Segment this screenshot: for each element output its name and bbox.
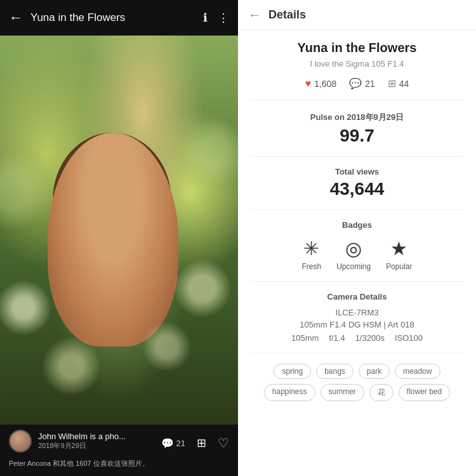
tag-item[interactable]: meadow <box>395 364 440 379</box>
add-to-collection-icon[interactable]: ⊞ <box>197 436 206 450</box>
badge-fresh: ✳ Fresh <box>301 237 321 271</box>
fresh-label: Fresh <box>301 262 321 271</box>
left-back-button[interactable]: ← <box>9 10 23 26</box>
left-header-icons: ℹ ⋮ <box>203 11 229 25</box>
popular-icon: ★ <box>390 237 407 260</box>
pulse-value: 99.7 <box>251 126 463 146</box>
tag-item[interactable]: spring <box>274 364 311 379</box>
total-views-label: Total views <box>251 167 463 176</box>
username: John Wilhelm is a pho... <box>38 432 126 441</box>
avatar <box>9 430 32 453</box>
fresh-icon: ✳ <box>303 237 319 260</box>
likes-count: 1,608 <box>314 79 336 89</box>
upcoming-label: Upcoming <box>336 262 371 271</box>
shutter-speed: 1/3200s <box>355 333 385 343</box>
save-icon: ⊞ <box>388 77 396 89</box>
details-photo-subtitle: I love the Sigma 105 F1.4 <box>251 59 463 69</box>
badges-section: Badges ✳ Fresh ◎ Upcoming ★ Popular <box>251 220 463 282</box>
tag-item[interactable]: happiness <box>264 384 315 401</box>
popular-label: Popular <box>386 262 412 271</box>
pulse-label: Pulse on 2018年9月29日 <box>251 112 463 123</box>
flower-overlay <box>0 36 238 425</box>
comments-count: 21 <box>365 79 375 89</box>
saves-count: 44 <box>399 79 409 89</box>
user-info: John Wilhelm is a pho... 2018年9月29日 <box>38 432 126 451</box>
tag-item[interactable]: park <box>359 364 390 379</box>
stats-row: ♥ 1,608 💬 21 ⊞ 44 <box>251 77 463 100</box>
share-icon[interactable]: ⋮ <box>218 11 229 25</box>
tag-item[interactable]: summer <box>321 384 364 401</box>
camera-label: Camera Details <box>251 292 463 301</box>
tag-item[interactable]: flower bed <box>399 384 450 401</box>
total-views-section: Total views 43,644 <box>251 167 463 210</box>
right-header-title: Details <box>268 8 306 22</box>
comment-count: 21 <box>176 439 185 448</box>
action-bar: 💬 21 ⊞ ♡ <box>161 435 229 451</box>
badge-popular: ★ Popular <box>386 237 412 271</box>
heart-filled-icon: ♥ <box>305 78 312 89</box>
likes-stat: ♥ 1,608 <box>305 77 337 89</box>
iso: ISO100 <box>395 333 423 343</box>
comment-icon[interactable]: 💬 <box>161 437 174 449</box>
post-date: 2018年9月29日 <box>38 441 126 451</box>
comment-filled-icon: 💬 <box>349 77 362 89</box>
tag-item[interactable]: 花 <box>369 384 393 401</box>
photo-scene <box>0 36 238 425</box>
like-button[interactable]: ♡ <box>218 435 229 451</box>
aperture: f/1.4 <box>329 333 345 343</box>
comment-count-item: 💬 21 <box>161 437 185 449</box>
badges-label: Badges <box>251 220 463 230</box>
tags-section: springbangsparkmeadowhappinesssummer花flo… <box>251 364 463 406</box>
details-content: Yuna in the Flowers I love the Sigma 105… <box>238 30 476 416</box>
tag-item[interactable]: bangs <box>316 364 354 379</box>
upcoming-icon: ◎ <box>345 237 362 260</box>
camera-specs: 105mm f/1.4 1/3200s ISO100 <box>251 333 463 343</box>
left-panel: ← Yuna in the Flowers ℹ ⋮ John Wilhelm i… <box>0 0 238 476</box>
saves-stat: ⊞ 44 <box>388 77 409 89</box>
details-photo-title: Yuna in the Flowers <box>251 41 463 55</box>
comments-stat: 💬 21 <box>349 77 375 89</box>
photo-area <box>0 36 238 425</box>
total-views-value: 43,644 <box>251 179 463 199</box>
camera-section: Camera Details ILCE-7RM3 105mm F1.4 DG H… <box>251 292 463 354</box>
right-panel: ← Details Yuna in the Flowers I love the… <box>238 0 476 476</box>
camera-model: ILCE-7RM3 <box>251 308 463 317</box>
right-header: ← Details <box>238 0 476 30</box>
tags-row: springbangsparkmeadowhappinesssummer花flo… <box>251 364 463 401</box>
camera-lens: 105mm F1.4 DG HSM | Art 018 <box>251 320 463 329</box>
right-back-button[interactable]: ← <box>248 8 261 22</box>
focal-length: 105mm <box>291 333 319 343</box>
left-title: Yuna in the Flowers <box>30 11 203 24</box>
left-header: ← Yuna in the Flowers ℹ ⋮ <box>0 0 238 36</box>
user-row: John Wilhelm is a pho... 2018年9月29日 <box>9 430 126 453</box>
bottom-action-row: John Wilhelm is a pho... 2018年9月29日 💬 21… <box>9 430 229 456</box>
pulse-section: Pulse on 2018年9月29日 99.7 <box>251 112 463 157</box>
badge-upcoming: ◎ Upcoming <box>336 237 371 271</box>
likes-row: Peter Ancona 和其他 1607 位喜欢这张照片。 <box>9 456 229 471</box>
badges-row: ✳ Fresh ◎ Upcoming ★ Popular <box>251 237 463 271</box>
info-icon[interactable]: ℹ <box>203 11 208 25</box>
bottom-bar: John Wilhelm is a pho... 2018年9月29日 💬 21… <box>0 425 238 476</box>
